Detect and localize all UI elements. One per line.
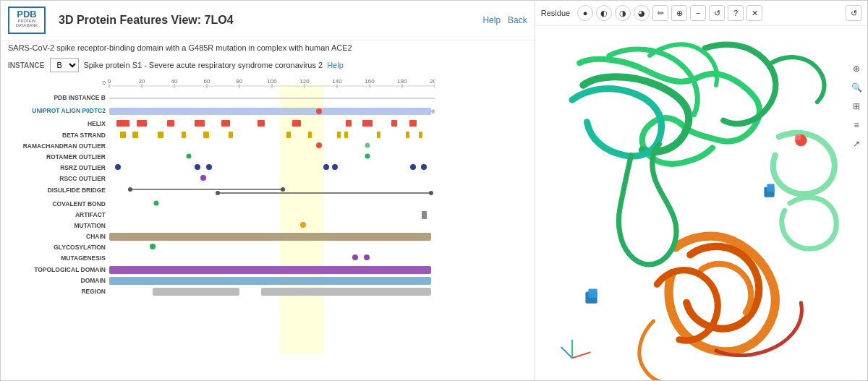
helix-6 — [258, 120, 265, 127]
help-link-instance[interactable]: Help — [327, 61, 344, 69]
red-residue-highlight — [795, 134, 801, 140]
rama-dot-1 — [316, 142, 322, 148]
btn-edit[interactable]: ✏ — [652, 5, 668, 21]
arrow-icon[interactable]: ↗ — [850, 137, 863, 150]
rsrz-dot-7 — [421, 164, 427, 170]
beta-6 — [229, 132, 233, 138]
svg-text:20: 20 — [139, 78, 145, 85]
axis-group: 0 0 20 40 60 — [103, 78, 435, 88]
subtitle: SARS-CoV-2 spike receptor-binding domain… — [1, 40, 535, 55]
protein-3d-svg — [535, 26, 867, 380]
topological-bar — [109, 266, 431, 274]
settings-icon[interactable]: ≡ — [850, 119, 863, 132]
covalent-dot-1 — [154, 201, 159, 206]
disulfide-dot-2a — [216, 191, 220, 195]
helix-5 — [221, 120, 230, 127]
feature-chart: 0 0 20 40 60 — [8, 75, 435, 357]
instance-label: INSTANCE — [8, 61, 44, 69]
axis-label: 0 — [103, 80, 106, 86]
label-mutation: MUTATION — [74, 222, 106, 229]
btn-close[interactable]: ✕ — [746, 5, 762, 21]
mutagenesis-dot-1 — [352, 254, 358, 260]
uniprot-bar — [109, 108, 431, 115]
rsrz-dot-2 — [195, 164, 200, 170]
btn-add[interactable]: ⊕ — [671, 5, 687, 21]
label-ramachandran: RAMACHANDRAN OUTLIER — [23, 142, 106, 150]
instance-select[interactable]: B — [50, 58, 79, 72]
zoom-out-icon[interactable]: 🔍 — [850, 81, 863, 94]
rscc-dot-1 — [200, 175, 206, 181]
right-panel: Residue ● ◐ ◑ ◕ ✏ ⊕ − ↺ ? ✕ ↺ — [535, 1, 867, 380]
helix-11 — [409, 120, 417, 127]
region-bar-1 — [153, 288, 239, 296]
svg-text:120: 120 — [299, 78, 310, 85]
label-helix: HELIX — [88, 120, 106, 127]
helix-8 — [346, 120, 352, 127]
svg-text:180: 180 — [397, 78, 407, 85]
helix-10 — [391, 120, 397, 127]
mutagenesis-dot-2 — [364, 254, 370, 260]
btn-quarter-circle[interactable]: ◑ — [615, 5, 631, 21]
helix-1 — [116, 120, 129, 127]
zoom-in-icon[interactable]: ⊕ — [850, 62, 863, 75]
instance-row: INSTANCE B Spike protein S1 - Severe acu… — [1, 55, 535, 75]
chart-area: 0 0 20 40 60 — [1, 75, 535, 380]
btn-help[interactable]: ? — [728, 5, 744, 21]
helix-9 — [362, 120, 373, 127]
label-pdb-instance: PDB INSTANCE B — [54, 94, 106, 101]
help-link-header[interactable]: Help — [482, 15, 501, 25]
uniprot-dot — [316, 108, 322, 114]
svg-text:0: 0 — [108, 78, 111, 85]
btn-minus[interactable]: − — [690, 5, 706, 21]
toolbar-right: ↺ — [846, 5, 861, 21]
beta-7 — [286, 132, 291, 138]
svg-text:80: 80 — [237, 78, 243, 85]
rsrz-dot-1 — [115, 164, 121, 170]
btn-filled-circle[interactable]: ● — [577, 5, 593, 21]
btn-half-circle[interactable]: ◐ — [596, 5, 612, 21]
beta-4 — [182, 132, 186, 138]
label-rscc: RSCC OUTLIER — [59, 175, 106, 182]
label-glycosylation: GLYCOSYLATION — [54, 244, 106, 251]
rotamer-dot-1 — [187, 154, 192, 159]
rotamer-dot-2 — [365, 154, 370, 159]
label-uniprot[interactable]: UNIPROT ALIGN P0DTC2 — [32, 107, 106, 114]
artifact-bar — [422, 211, 427, 219]
label-region: REGION — [81, 288, 106, 295]
header: PDB PROTEINDATA BANK 3D Protein Features… — [1, 1, 535, 40]
header-links: Help Back — [482, 15, 527, 25]
svg-text:200: 200 — [430, 78, 435, 85]
logo-subtitle: PROTEINDATA BANK — [16, 19, 38, 27]
svg-text:100: 100 — [267, 78, 277, 85]
beta-5 — [203, 132, 209, 138]
rama-dot-2 — [365, 143, 370, 148]
blue-residue-1-top — [588, 288, 597, 297]
btn-reset[interactable]: ↺ — [846, 5, 861, 21]
svg-text:60: 60 — [204, 78, 210, 85]
label-rsrz: RSRZ OUTLIER — [60, 164, 106, 171]
label-beta: BETA STRAND — [62, 132, 106, 139]
helix-7 — [292, 120, 301, 127]
logo: PDB PROTEINDATA BANK — [8, 7, 51, 34]
glycosylation-dot-1 — [150, 244, 156, 249]
svg-text:40: 40 — [171, 78, 178, 85]
blue-residue-2-top — [767, 184, 774, 191]
beta-11 — [377, 132, 380, 138]
expand-icon[interactable]: ⊞ — [850, 100, 863, 113]
left-panel: PDB PROTEINDATA BANK 3D Protein Features… — [1, 1, 535, 380]
domain-bar — [109, 277, 431, 285]
toolbar: Residue ● ◐ ◑ ◕ ✏ ⊕ − ↺ ? ✕ ↺ — [535, 1, 867, 26]
rsrz-dot-6 — [410, 164, 416, 170]
label-artifact: ARTIFACT — [75, 211, 106, 218]
btn-refresh[interactable]: ↺ — [709, 5, 725, 21]
residue-label: Residue — [541, 9, 570, 17]
label-rotamer: ROTAMER OUTLIER — [46, 153, 106, 160]
instance-controls: B Spike protein S1 - Severe acute respir… — [50, 58, 343, 72]
app-container: PDB PROTEINDATA BANK 3D Protein Features… — [0, 0, 868, 381]
beta-3 — [158, 132, 163, 138]
back-link[interactable]: Back — [508, 15, 527, 25]
beta-10 — [344, 132, 348, 138]
label-topological: TOPOLOGICAL DOMAIN — [34, 266, 106, 273]
btn-three-quarter[interactable]: ◕ — [634, 5, 650, 21]
beta-12 — [406, 132, 409, 138]
